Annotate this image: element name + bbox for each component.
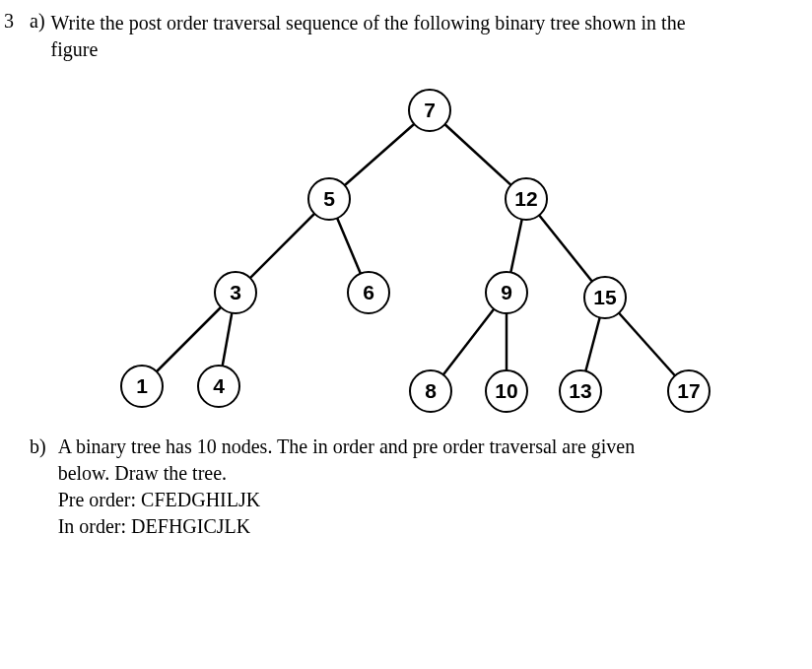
tree-node-5: 5 [307,177,351,221]
part-a-label: a) [30,10,45,63]
part-b-text: A binary tree has 10 nodes. The in order… [58,434,636,540]
tree-node-17: 17 [667,369,710,413]
part-b-line2: below. Draw the tree. [58,462,227,484]
tree-node-6: 6 [347,271,390,314]
part-a-text: Write the post order traversal sequence … [51,10,686,63]
question-content: a) Write the post order traversal sequen… [30,10,792,69]
part-b-line1: A binary tree has 10 nodes. The in order… [58,435,636,457]
tree-node-4: 4 [197,365,240,408]
part-a-line1: Write the post order traversal sequence … [51,12,686,33]
tree-node-15: 15 [583,276,627,319]
inorder-label: In order: [58,515,131,537]
preorder-label: Pre order: [58,489,141,510]
tree-edges [32,79,780,414]
question-number: 3 [0,10,30,69]
part-a-line2: figure [51,38,99,60]
inorder-value: DEFHGICJLK [131,515,250,537]
part-b: b) A binary tree has 10 nodes. The in or… [0,434,812,540]
tree-node-9: 9 [485,271,528,314]
question-3: 3 a) Write the post order traversal sequ… [0,0,812,69]
binary-tree-diagram: 7 5 12 3 6 9 15 1 4 8 10 13 17 [32,79,780,414]
part-b-label: b) [30,434,46,540]
tree-node-8: 8 [409,369,452,413]
tree-node-7: 7 [408,89,451,132]
part-a: a) Write the post order traversal sequen… [30,10,792,63]
tree-node-1: 1 [120,365,164,408]
tree-node-10: 10 [485,369,528,413]
tree-node-12: 12 [505,177,548,221]
tree-node-13: 13 [559,369,602,413]
tree-node-3: 3 [214,271,257,314]
part-b-first-line: b) A binary tree has 10 nodes. The in or… [30,434,792,540]
preorder-value: CFEDGHILJK [141,489,260,510]
